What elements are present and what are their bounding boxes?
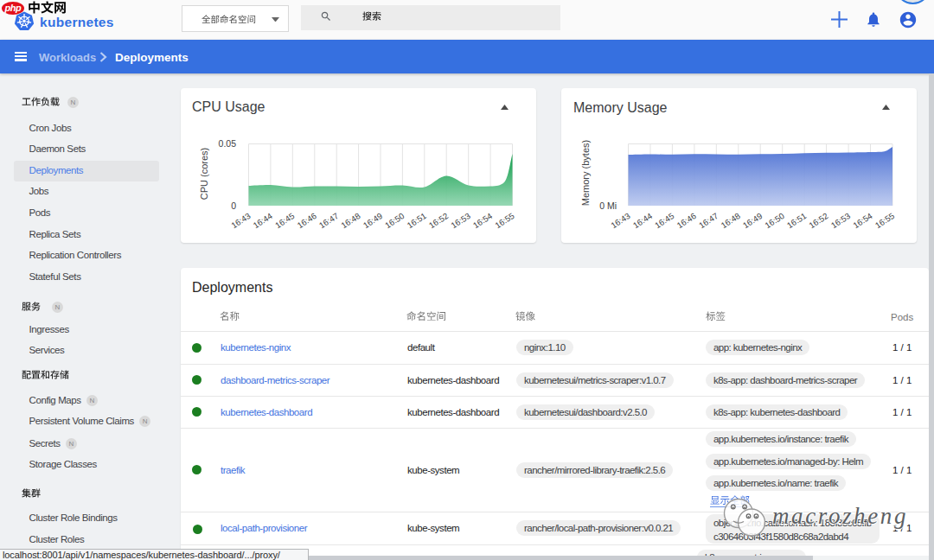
svg-text:0: 0 [231,200,236,211]
svg-text:Memory (bytes): Memory (bytes) [580,140,591,206]
svg-text:16:50: 16:50 [383,211,406,231]
svg-text:16:47: 16:47 [697,211,720,230]
svg-text:16:54: 16:54 [471,211,495,231]
svg-text:16:52: 16:52 [427,211,450,230]
svg-text:16:49: 16:49 [741,211,764,230]
svg-text:16:51: 16:51 [785,211,808,230]
svg-text:16:46: 16:46 [675,211,698,230]
svg-text:CPU (cores): CPU (cores) [199,148,209,200]
svg-text:16:46: 16:46 [296,211,318,230]
svg-text:16:51: 16:51 [406,211,428,230]
svg-text:16:49: 16:49 [361,211,384,230]
svg-text:16:48: 16:48 [720,211,742,230]
svg-text:16:53: 16:53 [449,211,471,230]
svg-text:0 Mi: 0 Mi [599,200,617,211]
svg-text:16:55: 16:55 [493,211,515,230]
svg-text:16:48: 16:48 [339,211,361,230]
svg-text:CPU Usage: CPU Usage [192,99,265,114]
svg-text:16:43: 16:43 [229,211,252,230]
svg-text:16:45: 16:45 [273,211,296,230]
svg-text:0.05: 0.05 [219,138,237,149]
svg-text:16:50: 16:50 [763,211,786,231]
svg-text:16:54: 16:54 [851,211,874,231]
svg-text:16:44: 16:44 [252,211,275,231]
svg-text:16:55: 16:55 [873,211,896,230]
svg-text:16:53: 16:53 [829,211,852,230]
svg-text:16:43: 16:43 [609,211,631,230]
svg-text:16:52: 16:52 [807,211,829,230]
svg-text:16:44: 16:44 [631,211,655,231]
svg-text:16:47: 16:47 [317,211,340,230]
svg-text:Memory Usage: Memory Usage [573,100,668,115]
svg-text:16:45: 16:45 [653,211,675,230]
